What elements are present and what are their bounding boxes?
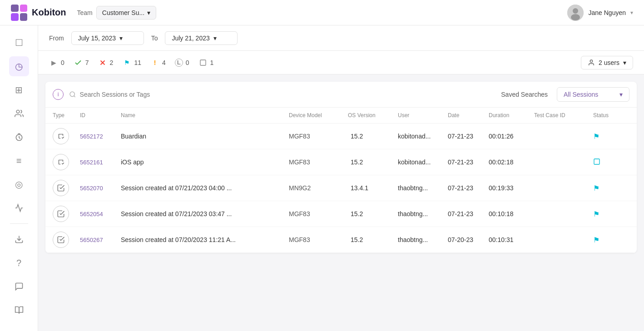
col-device-model: Device Model <box>289 112 348 119</box>
to-label: To <box>151 35 158 42</box>
sidebar-item-users[interactable] <box>9 104 29 124</box>
svg-rect-12 <box>594 159 599 164</box>
row-device: MGF83 <box>289 236 348 243</box>
svg-point-2 <box>571 14 580 20</box>
table-row: 5650267 Session created at 07/20/2023 11… <box>45 227 637 253</box>
team-dropdown[interactable]: Customer Su... ▾ <box>96 6 156 20</box>
row-os: 15.2 <box>348 158 398 166</box>
chevron-down-icon: ▾ <box>623 59 626 66</box>
row-user: kobitonad... <box>398 158 448 166</box>
row-type <box>53 232 80 248</box>
row-date: 07-21-23 <box>448 184 489 192</box>
top-bar: Kobiton Team Customer Su... ▾ Jane Nguye… <box>0 0 644 25</box>
sidebar-item-clock[interactable]: ◷ <box>9 56 29 76</box>
sidebar-item-document[interactable]: ☐ <box>9 33 29 53</box>
status-bar: ▶ 0 7 2 <box>38 51 644 74</box>
main-content: From July 15, 2023 ▾ To July 21, 2023 ▾ … <box>38 25 644 331</box>
row-user: kobitonad... <box>398 133 448 140</box>
play-icon: ▶ <box>49 58 58 67</box>
logo-area: Kobiton <box>11 5 66 21</box>
row-type <box>53 154 80 170</box>
status-failed[interactable]: 2 <box>98 58 114 67</box>
status-running[interactable]: ▶ 0 <box>49 58 64 67</box>
app-container: Kobiton Team Customer Su... ▾ Jane Nguye… <box>0 0 644 331</box>
session-type-icon <box>53 180 69 196</box>
row-status: ⚑ <box>593 184 629 193</box>
table-row: 5652054 Session created at 07/21/2023 03… <box>45 201 637 227</box>
status-passed[interactable]: 7 <box>74 58 89 67</box>
warning-icon: ! <box>150 58 159 67</box>
square-status-icon <box>593 158 600 165</box>
flag-icon: ⚑ <box>593 133 599 140</box>
row-user: thaobtng... <box>398 184 448 192</box>
row-status: ⚑ <box>593 210 629 218</box>
from-date-value: July 15, 2023 <box>78 35 116 42</box>
avatar <box>567 5 584 21</box>
sidebar-item-chat[interactable] <box>9 277 29 296</box>
logo-icon <box>11 5 27 21</box>
sidebar-item-help[interactable]: ? <box>9 253 29 273</box>
row-date: 07-21-23 <box>448 158 489 166</box>
row-id: 5652070 <box>80 184 121 192</box>
row-id: 5652172 <box>80 133 121 140</box>
content-area: ☐ ◷ ⊞ ≡ ◎ ? <box>0 25 644 331</box>
chevron-down-icon: ▾ <box>147 9 150 16</box>
session-id-link[interactable]: 5652054 <box>80 211 103 217</box>
row-name: Session created at 07/21/2023 03:47 ... <box>121 210 289 217</box>
user-area[interactable]: Jane Nguyen ▾ <box>567 5 633 21</box>
all-sessions-dropdown[interactable]: All Sessions ▾ <box>557 87 629 102</box>
team-label: Team <box>77 9 93 16</box>
x-icon <box>98 58 107 67</box>
session-type-icon <box>53 206 69 222</box>
to-date-dropdown[interactable]: July 21, 2023 ▾ <box>165 31 238 45</box>
session-type-icon <box>53 128 69 144</box>
l-icon: L <box>175 59 183 67</box>
search-input[interactable] <box>80 91 492 98</box>
row-date: 07-20-23 <box>448 236 489 243</box>
row-device: MGF83 <box>289 158 348 166</box>
session-id-link[interactable]: 5650267 <box>80 237 103 243</box>
status-warning[interactable]: ! 4 <box>150 58 166 67</box>
session-type-icon <box>53 232 69 248</box>
flag-icon: ⚑ <box>593 210 599 218</box>
row-device: MGF83 <box>289 210 348 217</box>
search-bar: i Saved Searches All Sessions ▾ <box>45 82 637 108</box>
sidebar-item-book[interactable] <box>9 300 29 320</box>
session-id-link[interactable]: 5652161 <box>80 159 103 166</box>
row-os: 15.2 <box>348 210 398 217</box>
row-os: 13.4.1 <box>348 184 398 192</box>
chevron-down-icon: ▾ <box>119 35 123 42</box>
svg-point-1 <box>573 8 578 14</box>
from-date-dropdown[interactable]: July 15, 2023 ▾ <box>71 31 144 45</box>
session-id-link[interactable]: 5652070 <box>80 185 103 192</box>
status-flagged[interactable]: ⚑ 11 <box>122 58 141 67</box>
incomplete-count: 0 <box>186 59 189 66</box>
row-name: iOS app <box>121 158 289 166</box>
sidebar-item-globe[interactable]: ◎ <box>9 174 29 194</box>
flag-icon: ⚑ <box>122 58 131 67</box>
sidebar-item-download[interactable] <box>9 229 29 249</box>
status-incomplete[interactable]: L 0 <box>175 59 189 67</box>
session-id-link[interactable]: 5652172 <box>80 133 103 140</box>
row-duration: 00:02:18 <box>489 158 534 166</box>
col-duration: Duration <box>489 112 534 119</box>
sidebar-item-timer[interactable] <box>9 127 29 147</box>
sidebar: ☐ ◷ ⊞ ≡ ◎ ? <box>0 25 38 331</box>
table-row: 5652161 iOS app MGF83 15.2 kobitonad... … <box>45 149 637 175</box>
users-filter[interactable]: 2 users ▾ <box>581 56 633 69</box>
row-duration: 00:10:18 <box>489 210 534 217</box>
col-type: Type <box>53 112 80 119</box>
sidebar-item-grid[interactable]: ⊞ <box>9 80 29 100</box>
row-type <box>53 206 80 222</box>
session-type-icon <box>53 154 69 170</box>
from-label: From <box>49 35 64 42</box>
saved-searches-button[interactable]: Saved Searches <box>497 91 551 98</box>
sidebar-item-list[interactable]: ≡ <box>9 151 29 171</box>
check-icon <box>74 58 83 67</box>
warning-count: 4 <box>162 59 166 66</box>
status-queued[interactable]: 1 <box>198 58 214 67</box>
failed-count: 2 <box>110 59 114 66</box>
sidebar-item-chart[interactable] <box>9 198 29 218</box>
row-status <box>593 158 629 167</box>
info-icon[interactable]: i <box>53 89 64 100</box>
